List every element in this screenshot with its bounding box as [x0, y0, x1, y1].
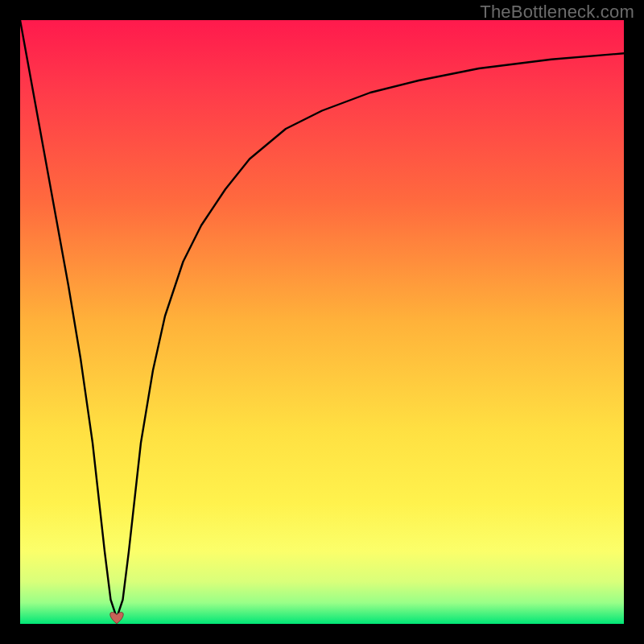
plot-area	[20, 20, 624, 624]
chart-frame: TheBottleneck.com	[0, 0, 644, 644]
chart-svg	[20, 20, 624, 624]
